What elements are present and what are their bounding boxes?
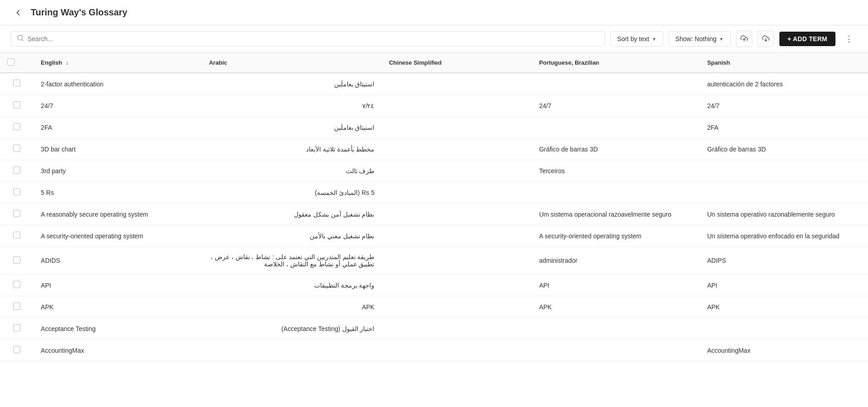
download-button[interactable] bbox=[758, 31, 774, 47]
cell-chinese-simplified bbox=[382, 225, 532, 247]
cell-arabic: طريقة تعليم المتدربين التي تعتمد على : ن… bbox=[202, 247, 382, 274]
sort-label: Sort by text bbox=[617, 35, 649, 43]
table-row: API واجهة برمجة التطبيقات API API bbox=[0, 274, 868, 296]
cell-chinese-simplified bbox=[382, 296, 532, 318]
row-checkbox[interactable] bbox=[13, 210, 20, 217]
cell-english: API bbox=[33, 274, 202, 296]
cell-spanish: Un sistema operativo razonablemente segu… bbox=[700, 204, 868, 225]
table-row: 2-factor authentication استيثاق بعاملَين… bbox=[0, 73, 868, 95]
cell-english: 3D bar chart bbox=[33, 138, 202, 160]
cell-english: 2FA bbox=[33, 117, 202, 138]
upload-icon bbox=[741, 35, 748, 43]
cell-arabic: نظام تشغيل معني بالأمن bbox=[202, 225, 382, 247]
cell-portuguese-brazilian: administrador bbox=[532, 247, 700, 274]
cell-spanish: 24/7 bbox=[700, 95, 868, 117]
cell-english: A security-oriented operating system bbox=[33, 225, 202, 247]
add-term-button[interactable]: + ADD TERM bbox=[779, 32, 835, 46]
cell-english: Acceptance Testing bbox=[33, 318, 202, 340]
row-checkbox-cell bbox=[0, 138, 33, 160]
cell-arabic: نظام تشغيل آمن بشكل معقول bbox=[202, 204, 382, 225]
cell-portuguese-brazilian: 24/7 bbox=[532, 95, 700, 117]
column-english[interactable]: English ↓ bbox=[33, 53, 202, 73]
row-checkbox[interactable] bbox=[13, 256, 20, 264]
table-header-row: English ↓ Arabic Chinese Simplified Port… bbox=[0, 53, 868, 73]
cell-arabic: طرف ثالث bbox=[202, 160, 382, 182]
column-checkbox bbox=[0, 53, 33, 73]
cell-chinese-simplified bbox=[382, 95, 532, 117]
app-header: Turing Way's Glossary bbox=[0, 0, 868, 25]
more-options-button[interactable]: ⋮ bbox=[841, 31, 857, 47]
cell-portuguese-brazilian bbox=[532, 117, 700, 138]
row-checkbox[interactable] bbox=[13, 123, 20, 130]
table-row: Acceptance Testing اختبار القبول (Accept… bbox=[0, 318, 868, 340]
cell-portuguese-brazilian bbox=[532, 318, 700, 340]
show-label: Show: Nothing bbox=[675, 35, 717, 43]
row-checkbox[interactable] bbox=[13, 188, 20, 195]
column-arabic[interactable]: Arabic bbox=[202, 53, 382, 73]
table-row: 5 Rs 5 Rs (المبادئ الخمسة) bbox=[0, 182, 868, 204]
cell-arabic: ٧/٢٤ bbox=[202, 95, 382, 117]
cell-english: 5 Rs bbox=[33, 182, 202, 204]
row-checkbox[interactable] bbox=[13, 145, 20, 152]
row-checkbox[interactable] bbox=[13, 346, 20, 353]
row-checkbox-cell bbox=[0, 95, 33, 117]
table-row: 3D bar chart مخطط بأعمدة ثلاثية الأبعاد … bbox=[0, 138, 868, 160]
table-row: A reasonably secure operating system نظا… bbox=[0, 204, 868, 225]
table-row: 2FA استيثاق بعاملَين 2FA bbox=[0, 117, 868, 138]
column-spanish[interactable]: Spanish bbox=[700, 53, 868, 73]
glossary-table: English ↓ Arabic Chinese Simplified Port… bbox=[0, 53, 868, 361]
cell-arabic: APK bbox=[202, 296, 382, 318]
cell-chinese-simplified bbox=[382, 247, 532, 274]
cell-english: AccountingMax bbox=[33, 340, 202, 361]
cell-portuguese-brazilian: Terceiros bbox=[532, 160, 700, 182]
table-row: ADIDS طريقة تعليم المتدربين التي تعتمد ع… bbox=[0, 247, 868, 274]
cell-arabic: واجهة برمجة التطبيقات bbox=[202, 274, 382, 296]
show-nothing-button[interactable]: Show: Nothing ▼ bbox=[669, 31, 731, 47]
cell-chinese-simplified bbox=[382, 182, 532, 204]
cell-portuguese-brazilian: A security-oriented operating system bbox=[532, 225, 700, 247]
cell-spanish: APK bbox=[700, 296, 868, 318]
cell-spanish: API bbox=[700, 274, 868, 296]
glossary-table-container: English ↓ Arabic Chinese Simplified Port… bbox=[0, 53, 868, 407]
row-checkbox-cell bbox=[0, 117, 33, 138]
search-input[interactable] bbox=[28, 35, 599, 43]
cell-portuguese-brazilian: Um sistema operacional razoavelmente seg… bbox=[532, 204, 700, 225]
back-button[interactable] bbox=[11, 5, 25, 20]
show-chevron-icon: ▼ bbox=[719, 37, 724, 42]
row-checkbox-cell bbox=[0, 204, 33, 225]
sort-by-text-button[interactable]: Sort by text ▼ bbox=[610, 31, 663, 47]
select-all-checkbox[interactable] bbox=[7, 58, 14, 66]
cell-chinese-simplified bbox=[382, 204, 532, 225]
table-row: 3rd party طرف ثالث Terceiros bbox=[0, 160, 868, 182]
row-checkbox[interactable] bbox=[13, 303, 20, 310]
row-checkbox[interactable] bbox=[13, 324, 20, 331]
more-icon: ⋮ bbox=[845, 34, 853, 44]
upload-button[interactable] bbox=[736, 31, 752, 47]
row-checkbox-cell bbox=[0, 182, 33, 204]
cell-chinese-simplified bbox=[382, 73, 532, 95]
table-row: A security-oriented operating system نظا… bbox=[0, 225, 868, 247]
cell-english: 24/7 bbox=[33, 95, 202, 117]
row-checkbox[interactable] bbox=[13, 281, 20, 288]
row-checkbox[interactable] bbox=[13, 80, 20, 87]
cell-arabic bbox=[202, 340, 382, 361]
cell-english: APK bbox=[33, 296, 202, 318]
row-checkbox-cell bbox=[0, 247, 33, 274]
add-term-label: + ADD TERM bbox=[788, 35, 827, 43]
column-chinese-simplified[interactable]: Chinese Simplified bbox=[382, 53, 532, 73]
row-checkbox[interactable] bbox=[13, 232, 20, 239]
download-icon bbox=[762, 35, 769, 43]
svg-line-1 bbox=[22, 39, 23, 41]
row-checkbox[interactable] bbox=[13, 101, 20, 109]
cell-portuguese-brazilian bbox=[532, 73, 700, 95]
row-checkbox-cell bbox=[0, 340, 33, 361]
cell-arabic: 5 Rs (المبادئ الخمسة) bbox=[202, 182, 382, 204]
cell-portuguese-brazilian: APK bbox=[532, 296, 700, 318]
cell-arabic: مخطط بأعمدة ثلاثية الأبعاد bbox=[202, 138, 382, 160]
cell-spanish: AccountingMax bbox=[700, 340, 868, 361]
row-checkbox[interactable] bbox=[13, 166, 20, 174]
cell-spanish: 2FA bbox=[700, 117, 868, 138]
column-portuguese-brazilian[interactable]: Portuguese, Brazilian bbox=[532, 53, 700, 73]
sort-arrow-icon: ↓ bbox=[66, 60, 68, 66]
cell-chinese-simplified bbox=[382, 160, 532, 182]
